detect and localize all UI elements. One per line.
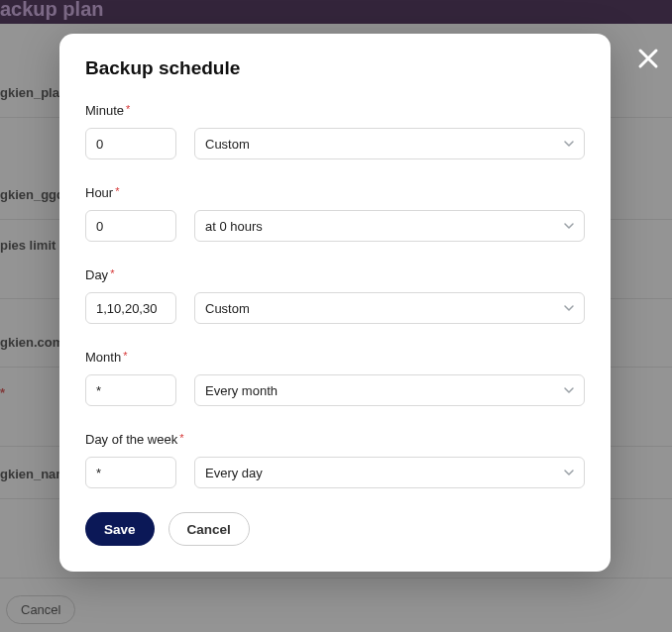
- day-select-value: Custom: [205, 301, 250, 316]
- minute-select[interactable]: Custom: [194, 128, 585, 159]
- day-label: Day*: [85, 267, 114, 282]
- modal-footer: Save Cancel: [85, 512, 585, 546]
- day-field-group: Day* Custom: [85, 265, 585, 324]
- month-input[interactable]: [85, 374, 176, 406]
- minute-label: Minute*: [85, 103, 130, 118]
- chevron-down-icon: [563, 220, 575, 232]
- dow-label: Day of the week*: [85, 432, 184, 447]
- minute-select-value: Custom: [205, 137, 250, 152]
- dow-select[interactable]: Every day: [194, 457, 585, 488]
- day-select[interactable]: Custom: [194, 292, 585, 324]
- minute-input[interactable]: [85, 128, 176, 159]
- month-label: Month*: [85, 350, 127, 365]
- dow-select-value: Every day: [205, 466, 263, 480]
- hour-select-value: at 0 hours: [205, 219, 263, 234]
- close-icon[interactable]: [636, 46, 660, 75]
- minute-field-group: Minute* Custom: [85, 101, 585, 159]
- dow-input[interactable]: [85, 457, 176, 488]
- chevron-down-icon: [563, 302, 575, 314]
- chevron-down-icon: [563, 384, 575, 396]
- chevron-down-icon: [563, 138, 575, 150]
- month-field-group: Month* Every month: [85, 348, 585, 406]
- month-select-value: Every month: [205, 383, 278, 398]
- hour-input[interactable]: [85, 210, 176, 242]
- hour-field-group: Hour* at 0 hours: [85, 183, 585, 242]
- month-select[interactable]: Every month: [194, 374, 585, 406]
- backup-schedule-modal: Backup schedule Minute* Custom Hour*: [59, 34, 611, 572]
- chevron-down-icon: [563, 467, 575, 478]
- hour-label: Hour*: [85, 185, 119, 200]
- hour-select[interactable]: at 0 hours: [194, 210, 585, 242]
- modal-overlay: Backup schedule Minute* Custom Hour*: [0, 0, 672, 632]
- day-input[interactable]: [85, 292, 176, 324]
- cancel-button[interactable]: Cancel: [168, 512, 250, 546]
- dow-field-group: Day of the week* Every day: [85, 430, 585, 488]
- modal-title: Backup schedule: [85, 57, 585, 79]
- save-button[interactable]: Save: [85, 512, 155, 546]
